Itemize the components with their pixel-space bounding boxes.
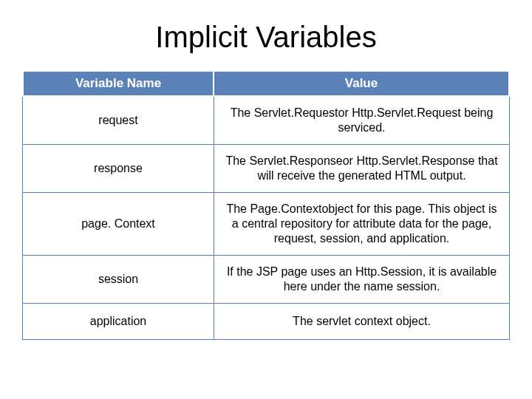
cell-text: The Page.Contextobject for this page. Th… xyxy=(226,202,497,245)
cell-value: If the JSP page uses an Http.Session, it… xyxy=(214,256,510,304)
table-row: response The Servlet.Responseor Http.Ser… xyxy=(22,145,510,193)
table-row: application The servlet context object. xyxy=(22,304,510,340)
cell-variable-name: session xyxy=(22,256,214,304)
cell-text: The Servlet.Responseor Http.Servlet.Resp… xyxy=(225,154,497,182)
cell-variable-name: request xyxy=(22,97,214,145)
col-header-text: Variable Name xyxy=(75,76,161,90)
table-row: session If the JSP page uses an Http.Ses… xyxy=(22,256,510,304)
cell-text: If the JSP page uses an Http.Session, it… xyxy=(227,265,497,293)
table-header-row: Variable Name Value xyxy=(22,70,510,97)
cell-text: response xyxy=(94,162,143,174)
table-row: request The Servlet.Requestor Http.Servl… xyxy=(22,97,510,145)
cell-text: request xyxy=(98,114,137,126)
cell-text: application xyxy=(90,315,147,327)
cell-variable-name: page. Context xyxy=(22,193,214,256)
cell-variable-name: response xyxy=(22,145,214,193)
page-title: Implicit Variables xyxy=(0,21,532,54)
slide: Implicit Variables Variable Name Value r… xyxy=(0,0,532,399)
col-header-value: Value xyxy=(214,70,510,97)
cell-text: session xyxy=(98,273,138,285)
cell-text: The Servlet.Requestor Http.Servlet.Reque… xyxy=(231,106,494,134)
cell-value: The Page.Contextobject for this page. Th… xyxy=(214,193,510,256)
col-header-text: Value xyxy=(345,76,378,90)
cell-text: The servlet context object. xyxy=(293,315,431,327)
cell-value: The servlet context object. xyxy=(214,304,510,340)
cell-value: The Servlet.Responseor Http.Servlet.Resp… xyxy=(214,145,510,193)
cell-variable-name: application xyxy=(22,304,214,340)
cell-value: The Servlet.Requestor Http.Servlet.Reque… xyxy=(214,97,510,145)
table-row: page. Context The Page.Contextobject for… xyxy=(22,193,510,256)
cell-text: page. Context xyxy=(81,217,155,230)
col-header-variable-name: Variable Name xyxy=(22,70,214,97)
variables-table: Variable Name Value request The Servlet.… xyxy=(22,70,510,340)
